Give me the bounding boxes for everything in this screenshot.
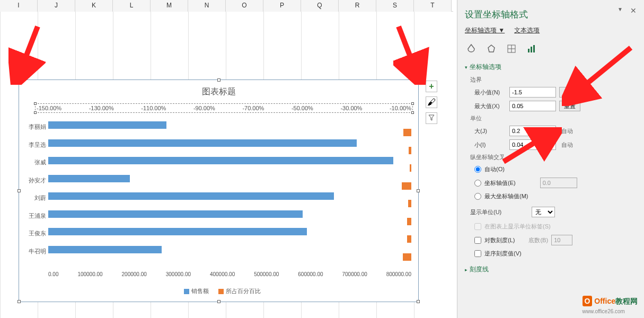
bar-percent[interactable] [409, 147, 411, 154]
minor-input[interactable] [509, 139, 556, 150]
base-input [551, 235, 572, 245]
primary-axis[interactable]: 0.00 100000.00 200000.00 300000.00 40000… [48, 271, 411, 277]
max-input[interactable] [509, 101, 556, 111]
chart-element-buttons: + 🖌 [426, 81, 437, 128]
col-L[interactable]: L [113, 0, 151, 12]
bar-percent[interactable] [408, 200, 411, 207]
col-M[interactable]: M [151, 0, 188, 12]
major-input[interactable] [509, 126, 556, 136]
column-headers: I J K L M N O P Q R S T [0, 0, 453, 12]
pri-tick: 200000.00 [122, 271, 147, 277]
funnel-icon [428, 113, 435, 123]
sec-tick: -10.00% [390, 105, 411, 111]
log-scale-check[interactable]: 对数刻度(L)底数(B) [474, 233, 637, 248]
category-label: 王俊东 [23, 229, 46, 237]
unit-label: 单位 [465, 114, 637, 122]
category-label: 孙安才 [23, 176, 46, 184]
category-label: 牛召明 [23, 248, 46, 255]
svg-marker-0 [488, 45, 495, 52]
pri-tick: 600000.00 [298, 271, 323, 277]
chart-legend[interactable]: 销售额 所占百分百比 [19, 287, 418, 295]
bar-sales[interactable] [48, 210, 303, 218]
legend-label-2: 所占百分百比 [226, 288, 261, 294]
min-input[interactable] [509, 87, 556, 98]
axis-options-section[interactable]: 坐标轴选项 [465, 63, 637, 72]
fill-line-icon[interactable] [465, 42, 478, 55]
cross-value-radio[interactable]: 坐标轴值(E) [474, 175, 637, 190]
chart-styles-button[interactable]: 🖌 [426, 96, 437, 108]
bar-sales[interactable] [48, 157, 393, 164]
pri-tick: 700000.00 [342, 271, 367, 277]
col-J[interactable]: J [38, 0, 75, 12]
bar-percent[interactable] [402, 182, 411, 190]
axis-options-tab[interactable]: 坐标轴选项 ▼ [465, 26, 505, 35]
sec-tick: -50.00% [292, 105, 313, 111]
pane-options-dropdown[interactable]: ▼ [617, 6, 623, 12]
plus-icon: + [429, 82, 434, 91]
sec-tick: -30.00% [340, 105, 362, 111]
effects-icon[interactable] [485, 42, 498, 55]
sec-tick: -70.00% [242, 105, 264, 111]
secondary-axis[interactable]: -150.00% -130.00% -110.00% -90.00% -70.0… [35, 103, 413, 113]
format-axis-pane: ▼ ✕ 设置坐标轴格式 坐标轴选项 ▼ 文本选项 坐标轴选项 边界 最小值(N)… [457, 0, 644, 318]
bar-sales[interactable] [48, 175, 130, 182]
col-R[interactable]: R [339, 0, 376, 12]
show-unit-label-check: 在图表上显示单位标签(S) [474, 220, 637, 233]
svg-rect-5 [531, 47, 532, 52]
bar-sales[interactable] [48, 192, 334, 200]
col-I[interactable]: I [0, 0, 38, 12]
reverse-order-check[interactable]: 逆序刻度值(V) [474, 248, 637, 260]
cross-auto-radio[interactable]: 自动(O) [474, 163, 637, 175]
col-Q[interactable]: Q [301, 0, 339, 12]
col-O[interactable]: O [226, 0, 263, 12]
svg-rect-4 [528, 49, 530, 52]
cross-value-input [540, 178, 577, 188]
pri-tick: 100000.00 [77, 271, 102, 277]
bar-sales[interactable] [48, 121, 166, 129]
bar-percent[interactable] [407, 218, 411, 225]
category-label: 王浦泉 [23, 212, 46, 220]
bar-sales[interactable] [48, 246, 162, 253]
legend-swatch-2 [218, 289, 224, 294]
legend-label-1: 销售额 [191, 288, 209, 294]
chart-object[interactable]: 图表标题 -150.00% -130.00% -110.00% -90.00% … [19, 80, 419, 302]
bar-sales[interactable] [48, 228, 307, 235]
category-label: 刘蔚 [23, 194, 46, 202]
pri-tick: 400000.00 [210, 271, 235, 277]
legend-swatch-1 [184, 289, 189, 294]
category-label: 李丽娟 [23, 123, 46, 131]
plot-area[interactable]: 李丽娟李呈选张威孙安才刘蔚王浦泉王俊东牛召明 [48, 118, 411, 260]
max-reset-button[interactable]: 重置 [559, 101, 580, 111]
tickmarks-section[interactable]: 刻度线 [465, 265, 637, 274]
chart-title[interactable]: 图表标题 [19, 80, 418, 101]
col-P[interactable]: P [263, 0, 301, 12]
pri-tick: 500000.00 [254, 271, 279, 277]
min-reset-button[interactable]: 重置 [559, 87, 580, 98]
minor-label: 小(I) [465, 141, 506, 149]
col-K[interactable]: K [75, 0, 113, 12]
bar-percent[interactable] [407, 235, 411, 243]
bar-percent[interactable] [403, 253, 411, 261]
cross-label: 纵坐标轴交叉 [465, 153, 637, 161]
pri-tick: 0.00 [48, 271, 58, 277]
size-properties-icon[interactable] [505, 42, 518, 55]
col-S[interactable]: S [376, 0, 414, 12]
col-T[interactable]: T [414, 0, 452, 12]
display-unit-select[interactable]: 无 [532, 207, 555, 217]
axis-options-icon[interactable] [525, 42, 538, 55]
cross-max-radio[interactable]: 最大坐标轴值(M) [474, 190, 637, 202]
major-auto: 自动 [561, 127, 573, 135]
chart-elements-button[interactable]: + [426, 81, 437, 92]
col-N[interactable]: N [188, 0, 226, 12]
text-options-tab[interactable]: 文本选项 [514, 26, 540, 35]
category-label: 张威 [23, 158, 46, 166]
chart-filters-button[interactable] [426, 112, 437, 124]
display-unit-label: 显示单位(U) [465, 208, 528, 216]
bar-percent[interactable] [410, 164, 411, 172]
svg-rect-6 [533, 45, 535, 52]
minor-auto: 自动 [561, 141, 573, 149]
close-pane-button[interactable]: ✕ [630, 6, 637, 15]
bar-percent[interactable] [403, 129, 411, 136]
bar-sales[interactable] [48, 139, 357, 147]
sec-tick: -130.00% [89, 105, 114, 111]
